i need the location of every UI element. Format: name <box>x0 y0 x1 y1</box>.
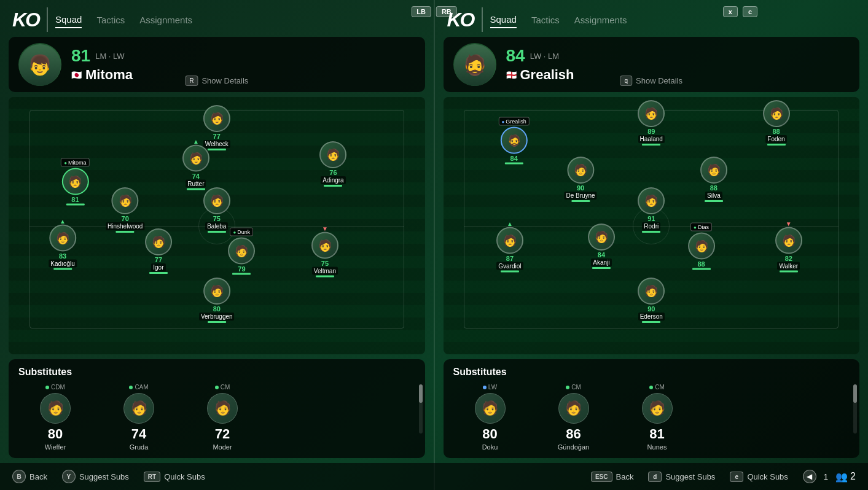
left-pitch-player-mitoma[interactable]: ● Mitoma 🧑 81 <box>61 158 89 206</box>
page-indicator: 1 <box>824 472 828 481</box>
left-show-details[interactable]: R Show Details <box>185 76 248 86</box>
left-avatar-adingra: 🧑 <box>319 141 346 168</box>
left-bottom-back[interactable]: B Back <box>12 470 47 483</box>
right-arrow-walker: ▼ <box>786 220 792 227</box>
left-tab-assignments[interactable]: Assignments <box>139 12 192 28</box>
left-sub-name-moder: Moder <box>213 443 232 451</box>
left-sub-moder[interactable]: CM 🧑 72 Moder <box>186 384 259 451</box>
left-avatar-mitoma: 🧑 <box>61 168 88 195</box>
left-pitch-player-igor[interactable]: 🧑 77 Igor <box>145 228 172 274</box>
right-tab-tactics[interactable]: Tactics <box>531 12 560 28</box>
right-pos-dot-gundogan <box>566 386 569 389</box>
right-subs-row: LW 🧑 80 Doku CM 🧑 86 Gündoğan <box>453 384 850 451</box>
right-pitch-player-silva[interactable]: 🧑 88 Silva <box>700 157 727 202</box>
left-subs-row: CDM 🧑 80 Wieffer CAM 🧑 74 Gruda <box>18 384 415 451</box>
right-sub-gundogan[interactable]: CM 🧑 86 Gündoğan <box>537 384 611 451</box>
left-rating-mitoma: 81 <box>71 196 79 203</box>
right-pitch-player-dias[interactable]: ● Dias 🧑 88 <box>688 223 715 270</box>
right-rating-akanji: 84 <box>598 251 605 259</box>
right-pitch-player-rodri[interactable]: 🧑 91 Rodri <box>638 187 665 233</box>
right-suggest-label: Suggest Subs <box>665 472 715 481</box>
left-sub-name-gruda: Gruda <box>130 443 149 451</box>
x-button[interactable]: x <box>723 6 738 17</box>
right-scrollbar-thumb <box>853 384 857 403</box>
right-pitch-container: 🧑 89 Haaland 🧑 88 Foden ● Grealish 🧔 <box>444 97 860 354</box>
right-pitch-player-haaland[interactable]: 🧑 89 Haaland <box>638 100 665 146</box>
right-player-position: LW · LM <box>530 52 559 61</box>
left-line-rutter <box>187 188 205 190</box>
left-pitch-player-baleba[interactable]: 🧑 75 Baleba <box>203 187 230 233</box>
left-sub-wieffer[interactable]: CDM 🧑 80 Wieffer <box>18 384 92 451</box>
right-pitch-player-foden[interactable]: 🧑 88 Foden <box>763 100 790 146</box>
left-avatar-kadioglu: 🧑 <box>49 224 76 251</box>
left-pitch-player-kadioglu[interactable]: ▲ 🧑 83 Kadıoğlu <box>49 217 76 270</box>
lb-button[interactable]: LB <box>411 6 431 17</box>
left-player-avatar-img: 👦 <box>19 44 61 86</box>
left-name-verbruggen: Verbruggen <box>199 313 235 321</box>
left-back-button[interactable]: B <box>12 470 26 483</box>
left-rating-adingra: 76 <box>329 169 337 176</box>
right-rating-walker: 82 <box>785 255 792 262</box>
right-pitch: 🧑 89 Haaland 🧑 88 Foden ● Grealish 🧔 <box>444 97 860 354</box>
right-pitch-player-debruyne[interactable]: 🧑 90 De Bruyne <box>564 157 596 202</box>
right-bottom-suggest[interactable]: d Suggest Subs <box>648 472 715 482</box>
left-quick-button[interactable]: RT <box>144 472 160 482</box>
left-tab-squad[interactable]: Squad <box>55 12 82 28</box>
right-rating-grealish: 84 <box>510 155 518 162</box>
right-tab-assignments[interactable]: Assignments <box>574 12 627 28</box>
left-pitch-player-dunk[interactable]: ● Dunk 🧑 79 <box>228 228 255 275</box>
right-name-haaland: Haaland <box>638 135 665 143</box>
left-sub-gruda[interactable]: CAM 🧑 74 Gruda <box>102 384 176 451</box>
right-back-label: Back <box>616 472 634 481</box>
left-avatar-verbruggen: 🧑 <box>203 278 230 305</box>
right-back-button[interactable]: ESC <box>591 472 612 482</box>
right-sub-doku[interactable]: LW 🧑 80 Doku <box>453 384 527 451</box>
left-player-avatar: 👦 <box>18 43 61 86</box>
right-bottom-quick[interactable]: e Quick Subs <box>730 472 788 482</box>
right-pitch-player-walker[interactable]: ▼ 🧑 82 Walker <box>775 220 802 273</box>
left-substitutes: Substitutes CDM 🧑 80 Wieffer CAM <box>9 359 425 458</box>
right-quick-label: Quick Subs <box>747 472 788 481</box>
right-name-foden: Foden <box>765 135 786 143</box>
left-tab-tactics[interactable]: Tactics <box>96 12 125 28</box>
right-name-gvardiol: Gvardiol <box>496 262 523 270</box>
right-avatar-walker: 🧑 <box>775 227 802 254</box>
right-sub-avatar-doku: 🧑 <box>475 393 506 424</box>
right-pitch-player-gvardiol[interactable]: ▲ 🧑 87 Gvardiol <box>496 220 523 273</box>
right-bottom-back[interactable]: ESC Back <box>591 472 633 482</box>
c-button[interactable]: c <box>743 6 757 17</box>
right-quick-button[interactable]: e <box>730 472 743 482</box>
right-sub-nunes[interactable]: CM 🧑 81 Nunes <box>620 384 694 451</box>
right-controller-buttons: x c <box>723 6 757 17</box>
right-name-walker: Walker <box>777 262 800 270</box>
left-bottom-suggest[interactable]: Y Suggest Subs <box>62 470 129 483</box>
left-player-flag: 🇯🇵 <box>71 70 82 80</box>
left-pos-dot-moder <box>215 386 219 389</box>
left-pitch-player-adingra[interactable]: 🧑 76 Adingra <box>319 141 346 187</box>
left-pitch-player-veltman[interactable]: ▼ 🧑 75 Veltman <box>311 225 338 278</box>
left-suggest-button[interactable]: Y <box>62 470 76 483</box>
right-tab-squad[interactable]: Squad <box>490 12 517 28</box>
right-line-walker <box>780 271 798 273</box>
right-pitch-player-grealish[interactable]: ● Grealish 🧔 84 <box>498 117 529 165</box>
left-pitch-player-hinshelwood[interactable]: 🧑 70 Hinshelwood <box>106 187 144 233</box>
right-suggest-button[interactable]: d <box>648 472 662 482</box>
left-player-rating: 81 <box>71 46 90 66</box>
rb-button[interactable]: RB <box>436 6 457 17</box>
right-show-details[interactable]: q Show Details <box>620 76 682 86</box>
right-pitch-player-akanji[interactable]: 🧑 84 Akanji <box>588 224 615 269</box>
right-line-ederson <box>642 321 660 323</box>
left-sub-pos-label-gruda: CAM <box>135 384 148 391</box>
right-avatar-dias: 🧑 <box>688 233 715 260</box>
prev-page-button[interactable]: ◀ <box>803 470 816 483</box>
left-pos-dot-gruda <box>129 386 133 389</box>
left-bottom-quick[interactable]: RT Quick Subs <box>144 472 205 482</box>
right-line-dias <box>692 268 711 270</box>
right-line-grealish <box>505 163 523 165</box>
left-rating-welheck: 77 <box>213 133 221 140</box>
right-pitch-player-ederson[interactable]: 🧑 90 Ederson <box>638 278 665 323</box>
right-sub-pos-label-doku: LW <box>488 384 497 391</box>
left-pitch-player-rutter[interactable]: ▲ 🧑 74 Rutter <box>182 138 209 190</box>
right-avatar-silva: 🧑 <box>700 157 727 184</box>
left-pitch-player-verbruggen[interactable]: 🧑 80 Verbruggen <box>199 278 235 323</box>
